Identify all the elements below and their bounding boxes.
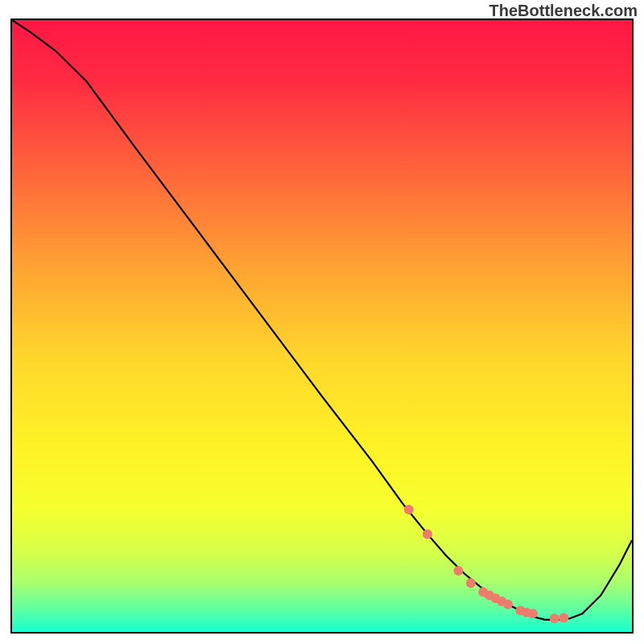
highlight-dot bbox=[453, 566, 463, 576]
chart-container: TheBottleneck.com bbox=[0, 0, 644, 644]
plot-frame bbox=[12, 20, 632, 632]
highlight-dot bbox=[503, 600, 513, 609]
heatmap-background bbox=[12, 20, 632, 632]
highlight-dot bbox=[423, 529, 432, 539]
highlight-dot bbox=[466, 578, 476, 588]
chart-svg bbox=[12, 20, 632, 632]
highlight-dot bbox=[559, 613, 568, 623]
highlight-dot bbox=[550, 613, 559, 623]
highlight-dot bbox=[404, 505, 414, 514]
highlight-dot bbox=[528, 609, 538, 618]
watermark-label: TheBottleneck.com bbox=[489, 2, 638, 20]
